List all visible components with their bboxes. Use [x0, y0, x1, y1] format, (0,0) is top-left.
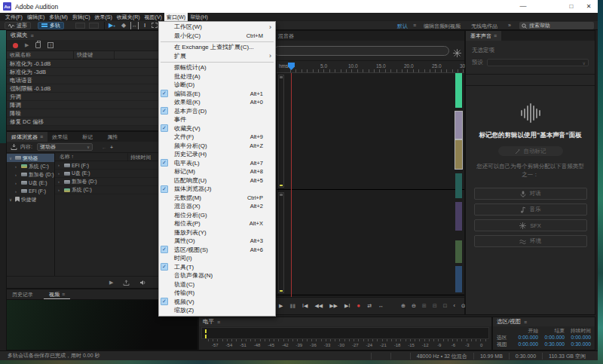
timeline-ruler[interactable]: hms 5.010.015.020.025.030	[277, 61, 464, 73]
menu-item[interactable]: ✓ 相位分析(G) ›	[159, 211, 275, 220]
transport-button[interactable]: ▮▮	[289, 302, 295, 310]
row-arrow-icon[interactable]: ›	[58, 171, 63, 176]
menu-item[interactable]: ✓ 轨道(C) ›	[159, 280, 275, 289]
transport-button[interactable]: ▶▶	[329, 302, 338, 310]
menubar-item[interactable]: 文件(F)	[3, 13, 25, 21]
menu-item[interactable]: ✓ 元数据(M) Ctrl+P ›	[159, 194, 275, 203]
panel-tab[interactable]: 媒体浏览器 ≡	[7, 132, 47, 142]
menu-item[interactable]: ✓ 播放列表(Y) ›	[159, 228, 275, 237]
transport-button[interactable]: ⇄	[367, 302, 372, 310]
media-list-row[interactable]: › EFI (F:)	[55, 161, 159, 170]
row-arrow-icon[interactable]: ›	[58, 179, 63, 184]
panel-tab[interactable]: 视频 ≡	[44, 289, 70, 299]
favorites-tab[interactable]: 收藏夹	[11, 32, 28, 39]
track-color-strip[interactable]	[455, 112, 462, 139]
menubar-item[interactable]: 帮助(H)	[188, 13, 210, 21]
menu-item[interactable]: ✓ 电平表(L) Alt+7 ›	[159, 159, 275, 168]
menu-item[interactable]: ✓ 匹配响度(U) Alt+5 ›	[159, 176, 275, 185]
menu-item[interactable]: ✓ 扩展 ›	[159, 52, 275, 61]
menu-item[interactable]: ✓ 收藏夹(V) ›	[159, 124, 275, 133]
track-color-strip[interactable]	[455, 240, 462, 263]
play-favorite-icon[interactable]: ▶	[25, 42, 29, 48]
column-favorite-name[interactable]: 收藏名称	[7, 51, 73, 59]
favorite-row[interactable]: 降调	[7, 101, 159, 109]
menu-item[interactable]: ✓ 效果组(K) Alt+0 ›	[159, 98, 275, 107]
tree-item[interactable]: ∨ 快捷键	[7, 195, 54, 203]
menu-item[interactable]: ✓ 相位表(P) Alt+X ›	[159, 219, 275, 228]
workspace-edit-audio-video[interactable]: 编辑音频到视频	[424, 23, 461, 30]
panel-menu-icon[interactable]: ≡	[62, 289, 65, 299]
tree-arrow-icon[interactable]: ›	[15, 189, 20, 194]
track2-volume-fader[interactable]	[278, 192, 284, 293]
transport-button[interactable]: ▶	[279, 302, 283, 310]
zoom-button[interactable]: ⊕	[401, 302, 406, 310]
panel-tab[interactable]: 标记 ≡	[78, 132, 103, 142]
content-select[interactable]: 驱动器 ∨	[37, 143, 93, 151]
selection-view-tab[interactable]: 选区/视图	[497, 318, 521, 326]
tree-item[interactable]: › 新加卷 (D:)	[7, 170, 54, 179]
favorite-row[interactable]: 升调	[7, 93, 159, 101]
row-arrow-icon[interactable]: ›	[58, 163, 63, 167]
panel-menu-icon[interactable]: ≡	[524, 320, 527, 325]
multitrack-view-button[interactable]: 多轨	[38, 22, 64, 29]
menubar-item[interactable]: 编辑(E)	[25, 13, 47, 21]
edit-shortcut-icon[interactable]: I	[47, 42, 54, 48]
minimize-button[interactable]: —	[513, 0, 533, 13]
export-tray-icon[interactable]	[123, 280, 130, 286]
favorite-row[interactable]: 标准化为 -3dB	[7, 68, 159, 76]
tree-arrow-icon[interactable]: ›	[15, 164, 20, 169]
tree-arrow-icon[interactable]: ∨	[9, 197, 14, 202]
track-color-strip[interactable]	[455, 140, 462, 169]
tree-arrow-icon[interactable]: ›	[15, 173, 20, 177]
favorite-row[interactable]: 电话语音	[7, 76, 159, 84]
column-duration[interactable]: 持续时间	[127, 153, 159, 161]
delete-favorite-icon[interactable]	[35, 42, 41, 48]
track-color-strip[interactable]	[455, 73, 462, 108]
tree-item[interactable]: › 系统 (C:)	[7, 162, 54, 170]
favorite-row[interactable]: 降噪	[7, 109, 159, 118]
panel-menu-icon[interactable]: ≡	[494, 31, 497, 41]
menu-item[interactable]: ✓ 工作区(W) ›	[159, 23, 275, 32]
media-list-row[interactable]: › 新加卷 (D:)	[55, 178, 159, 186]
track-area[interactable]	[277, 73, 464, 297]
media-list-row[interactable]: › 系统 (C:)	[55, 186, 159, 194]
zoom-button[interactable]: ⊡	[443, 302, 448, 310]
tree-item[interactable]: › U盘 (E:)	[7, 179, 54, 187]
menu-item[interactable]: ✓ 音轨声像器(N) ›	[159, 271, 275, 280]
transport-button[interactable]: ↔	[378, 302, 384, 310]
sfx-type-button[interactable]: SFX	[474, 219, 587, 231]
preview-play-icon[interactable]: ▶	[109, 280, 113, 286]
track-color-scrollbar[interactable]	[455, 73, 462, 292]
search-input[interactable]: 搜索帮助	[519, 22, 594, 29]
tab-mixer[interactable]: 混音器	[274, 31, 298, 41]
workspace-menu-icon[interactable]: ≡	[413, 23, 416, 28]
transport-button[interactable]: ◀◀	[314, 302, 323, 310]
workspace-default[interactable]: 默认	[397, 23, 408, 30]
levels-tab[interactable]: 电平	[203, 318, 214, 326]
panel-menu-icon[interactable]: ≡	[40, 132, 43, 142]
tree-arrow-icon[interactable]: ›	[15, 181, 20, 185]
preset-dropdown[interactable]: ∨	[487, 59, 589, 66]
menu-item[interactable]: ✓ 媒体浏览器(J) ›	[159, 185, 275, 194]
menu-item[interactable]: ✓ 工具(T) ›	[159, 263, 275, 272]
menu-item[interactable]: ✓ 属性(O) Alt+3 ›	[159, 237, 275, 246]
menubar-item[interactable]: 视图(V)	[142, 13, 164, 21]
menubar-item[interactable]: 多轨(M)	[47, 13, 70, 21]
menubar-item[interactable]: 剪辑(C)	[70, 13, 93, 21]
workspace-radio-production[interactable]: 无线电作品	[471, 23, 497, 30]
tab-essential-sound[interactable]: 基本声音 ≡	[466, 31, 501, 41]
marquee-tool-icon[interactable]	[152, 23, 158, 28]
media-list-row[interactable]: › U盘 (E:)	[55, 170, 159, 178]
favorite-row[interactable]: 修复 DC 偏移	[7, 118, 159, 126]
menu-item[interactable]: ✓ 基本声音(D) ›	[159, 107, 275, 116]
column-shortcut[interactable]: 快捷键	[73, 51, 114, 59]
track-color-strip[interactable]	[455, 202, 462, 231]
ambience-type-button[interactable]: 环境	[474, 235, 587, 247]
import-icon[interactable]	[11, 144, 17, 150]
menu-item[interactable]: ✓ 诊断(D) ›	[159, 81, 275, 90]
time-selection-tool-icon[interactable]: Ι	[144, 22, 145, 29]
menu-item[interactable]: ✓ 标记(M) Alt+8 ›	[159, 167, 275, 176]
zoom-button[interactable]: ⊖	[412, 302, 416, 310]
track-color-strip[interactable]	[455, 173, 462, 198]
record-favorite-icon[interactable]	[13, 43, 18, 48]
